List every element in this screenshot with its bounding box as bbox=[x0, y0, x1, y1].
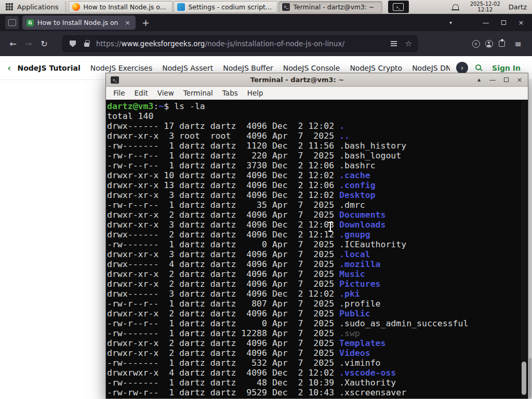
tracking-shield-icon[interactable] bbox=[68, 39, 77, 48]
tab-close-button[interactable]: × bbox=[124, 19, 131, 26]
back-button[interactable]: ← bbox=[5, 36, 21, 51]
tab-favicon-icon: G bbox=[26, 19, 34, 26]
terminal-shade-button[interactable]: ▲ bbox=[475, 77, 483, 82]
terminal-line: -rw------- 1 dartz dartz 48 Dec 2 10:39 … bbox=[107, 378, 528, 388]
extensions-icon[interactable] bbox=[497, 39, 507, 48]
applications-menu-button[interactable]: Applications bbox=[0, 0, 63, 14]
terminal-line: -rw------- 1 dartz dartz 12288 Apr 7 202… bbox=[107, 328, 528, 338]
bookmark-star-icon[interactable]: ☆ bbox=[405, 39, 412, 48]
search-icon[interactable] bbox=[474, 63, 484, 73]
panel-separator bbox=[65, 2, 66, 12]
terminal-line: -rw-r--r-- 1 dartz dartz 3730 Dec 2 12:0… bbox=[107, 161, 528, 170]
terminal-scrollbar[interactable] bbox=[521, 101, 527, 397]
new-tab-button[interactable]: + bbox=[142, 17, 150, 28]
browser-tab[interactable]: G How to Install Node.js on × bbox=[22, 16, 136, 30]
terminal-line: drwxr-xr-x 2 dartz dartz 4096 Apr 7 2025… bbox=[107, 309, 528, 318]
terminal-scrollbar-thumb[interactable] bbox=[522, 362, 526, 395]
firefox-icon bbox=[72, 3, 80, 11]
terminal-menu-view[interactable]: View bbox=[153, 88, 179, 98]
taskbar-button-firefox[interactable]: How to Install Node.js o... bbox=[69, 1, 172, 13]
terminal-line: -rw------- 1 dartz dartz 0 Apr 7 2025 .I… bbox=[107, 240, 528, 249]
terminal-line: dartz@vm3:~$ ls -la bbox=[107, 101, 528, 111]
terminal-title: Terminal - dartz@vm3: ~ bbox=[123, 76, 471, 84]
pocket-shape: ∨ bbox=[472, 40, 480, 48]
terminal-icon: >_ bbox=[111, 76, 119, 84]
terminal-maximize-button[interactable] bbox=[502, 77, 510, 82]
applications-grid-icon bbox=[5, 3, 14, 11]
terminal-viewport[interactable]: dartz@vm3:~$ ls -latotal 140drwx------ 1… bbox=[106, 100, 528, 398]
terminal-line: drwxrwxr-x 4 dartz dartz 4096 Dec 2 12:0… bbox=[107, 368, 528, 378]
notifications-button[interactable] bbox=[453, 4, 459, 9]
taskbar-button-label: How to Install Node.js o... bbox=[83, 3, 166, 11]
terminal-line: drwxr-xr-x 13 dartz dartz 4096 Dec 2 12:… bbox=[107, 180, 528, 190]
tabbar-right: ▾ — × bbox=[449, 14, 530, 31]
codium-icon bbox=[177, 3, 185, 11]
tray-terminal-icon[interactable]: >_ bbox=[388, 1, 409, 13]
applications-label: Applications bbox=[17, 3, 58, 11]
terminal-line: -rw-r--r-- 1 dartz dartz 0 Apr 7 2025 .s… bbox=[107, 318, 528, 328]
site-nav-link[interactable]: NodeJS Exercises bbox=[90, 64, 153, 72]
window-close-button[interactable]: × bbox=[512, 19, 530, 26]
terminal-close-button[interactable]: × bbox=[516, 76, 523, 84]
list-tabs-button[interactable]: ▾ bbox=[449, 20, 452, 25]
site-nav-link[interactable]: NodeJS Assert bbox=[162, 64, 213, 72]
terminal-menu-help[interactable]: Help bbox=[243, 88, 268, 98]
terminal-line: -rw-r--r-- 1 dartz dartz 220 Apr 7 2025 … bbox=[107, 151, 528, 161]
terminal-titlebar[interactable]: >_ Terminal - dartz@vm3: ~ ▲ — × bbox=[106, 73, 528, 87]
site-nav-link[interactable]: NodeJS Console bbox=[283, 64, 340, 72]
site-nav: NodeJS TutorialNodeJS ExercisesNodeJS As… bbox=[17, 64, 450, 72]
terminal-line: total 140 bbox=[107, 111, 528, 121]
site-nav-link[interactable]: NodeJS Crypto bbox=[350, 64, 402, 72]
terminal-line: drwxr-xr-x 3 root root 4096 Apr 7 2025 .… bbox=[107, 131, 528, 141]
urlbar-actions: ☆ bbox=[389, 39, 412, 48]
sign-in-button[interactable]: Sign In bbox=[492, 64, 521, 72]
site-nav-link[interactable]: NodeJS DNS bbox=[412, 64, 450, 72]
site-nav-link[interactable]: NodeJS Tutorial bbox=[17, 64, 80, 72]
terminal-line: -rw-rw-r-- 1 dartz dartz 9529 Dec 2 10:4… bbox=[107, 388, 528, 397]
terminal-line: drwxr-xr-x 2 dartz dartz 4096 Apr 7 2025… bbox=[107, 279, 528, 289]
terminal-menu-edit[interactable]: Edit bbox=[130, 88, 153, 98]
page-scrollbar[interactable] bbox=[528, 80, 532, 399]
taskbar-button-terminal[interactable]: >_Terminal - dartz@vm3: ~ bbox=[278, 1, 382, 13]
clock[interactable]: 2025-12-02 12:12 bbox=[470, 1, 500, 12]
terminal-line: drwxr-xr-x 2 dartz dartz 4096 Apr 7 2025… bbox=[107, 269, 528, 279]
terminal-menu-file[interactable]: File bbox=[109, 88, 130, 98]
lock-icon[interactable] bbox=[82, 39, 91, 48]
terminal-line: drwxr-xr-x 3 dartz dartz 4096 Apr 7 2025… bbox=[107, 249, 528, 259]
site-nav-link[interactable]: NodeJS Buffer bbox=[223, 64, 273, 72]
terminal-line: drwxr-xr-x 2 dartz dartz 4096 Apr 7 2025… bbox=[107, 348, 528, 358]
window-maximize-button[interactable] bbox=[495, 20, 512, 25]
chevron-right-icon: › bbox=[461, 64, 463, 72]
terminal-menu-terminal[interactable]: Terminal bbox=[179, 88, 218, 98]
magnifier-shape bbox=[475, 64, 481, 70]
forward-button[interactable]: → bbox=[21, 36, 36, 51]
page-scrollbar-thumb[interactable] bbox=[529, 358, 531, 398]
user-label: Dartz bbox=[509, 3, 527, 11]
reload-button[interactable]: ↻ bbox=[36, 36, 52, 51]
tab-title: How to Install Node.js on bbox=[37, 19, 120, 26]
menu-button[interactable]: ≡ bbox=[510, 36, 526, 51]
terminal-line: drwx------ 3 dartz dartz 4096 Dec 2 12:0… bbox=[107, 289, 528, 299]
window-minimize-button[interactable]: — bbox=[477, 19, 495, 26]
tray-terminal-glyph: >_ bbox=[393, 3, 404, 11]
toolbar-right: ∨ ≡ bbox=[471, 36, 527, 51]
puzzle-shape bbox=[499, 41, 505, 47]
url-text: https://www.geeksforgeeks.org/node-js/in… bbox=[96, 39, 344, 48]
nav-scroll-right-button[interactable]: › bbox=[456, 62, 468, 74]
pocket-icon[interactable]: ∨ bbox=[471, 39, 481, 48]
terminal-menu-tabs[interactable]: Tabs bbox=[218, 88, 243, 98]
terminal-icon: >_ bbox=[282, 3, 290, 11]
firefox-view-icon[interactable] bbox=[5, 16, 19, 29]
reader-mode-icon[interactable] bbox=[389, 39, 398, 48]
terminal-minimize-button[interactable]: — bbox=[489, 76, 496, 84]
taskbar-button-codium[interactable]: Settings - codium script... bbox=[174, 1, 277, 13]
terminal-line: drwxr-xr-x 2 dartz dartz 4096 Apr 7 2025… bbox=[107, 210, 528, 220]
nav-scroll-left-icon[interactable]: ‹ bbox=[7, 62, 11, 73]
url-bar[interactable]: https://www.geeksforgeeks.org/node-js/in… bbox=[62, 35, 418, 52]
terminal-output: dartz@vm3:~$ ls -latotal 140drwx------ 1… bbox=[107, 101, 528, 397]
terminal-menubar: FileEditViewTerminalTabsHelp bbox=[106, 87, 528, 100]
account-icon[interactable] bbox=[484, 39, 494, 48]
terminal-line: -rw-r--r-- 1 dartz dartz 807 Apr 7 2025 … bbox=[107, 299, 528, 309]
bell-icon bbox=[453, 4, 459, 9]
reader-shape bbox=[391, 41, 397, 42]
